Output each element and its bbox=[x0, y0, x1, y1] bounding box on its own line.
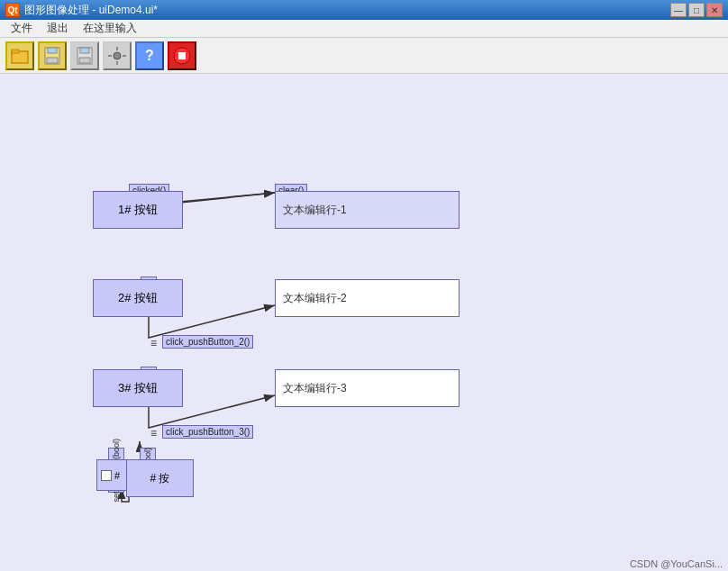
svg-rect-12 bbox=[123, 55, 126, 57]
stop-button[interactable] bbox=[168, 41, 196, 70]
settings-button[interactable] bbox=[103, 41, 132, 70]
textedit3[interactable]: 文本编辑行-3 bbox=[275, 369, 460, 407]
btn4[interactable]: # 按 bbox=[126, 459, 194, 497]
svg-rect-1 bbox=[12, 50, 19, 53]
svg-rect-14 bbox=[178, 52, 186, 59]
btn2[interactable]: 2# 按钮 bbox=[93, 279, 183, 317]
close-button[interactable]: ✕ bbox=[706, 3, 723, 17]
textedit1[interactable]: 文本编辑行-1 bbox=[275, 191, 460, 229]
menu-bar: 文件 退出 在这里输入 bbox=[0, 20, 728, 38]
btn3[interactable]: 3# 按钮 bbox=[93, 369, 183, 407]
save2-button[interactable] bbox=[70, 41, 99, 70]
svg-text:≡: ≡ bbox=[150, 427, 157, 440]
slot-label-2: click_pushButton_2() bbox=[162, 335, 253, 349]
svg-rect-6 bbox=[80, 48, 89, 53]
toolbar: ? bbox=[0, 38, 728, 74]
svg-rect-4 bbox=[47, 58, 58, 63]
menu-exit[interactable]: 退出 bbox=[40, 19, 76, 38]
checkbox1[interactable]: # bbox=[96, 459, 128, 491]
minimize-button[interactable]: — bbox=[670, 3, 687, 17]
svg-point-8 bbox=[114, 52, 121, 59]
menu-input[interactable]: 在这里输入 bbox=[76, 19, 144, 38]
window-controls: — □ ✕ bbox=[670, 3, 723, 17]
btn1[interactable]: 1# 按钮 bbox=[93, 191, 183, 229]
svg-rect-9 bbox=[116, 47, 118, 50]
menu-file[interactable]: 文件 bbox=[4, 19, 40, 38]
svg-line-15 bbox=[180, 193, 275, 202]
title-bar: Qt 图形图像处理 - uiDemo4.ui* — □ ✕ bbox=[0, 0, 728, 20]
svg-text:≡: ≡ bbox=[150, 337, 157, 349]
app-icon: Qt bbox=[5, 3, 20, 17]
svg-rect-3 bbox=[48, 48, 57, 53]
connection-lines: ≡ ≡ bbox=[0, 74, 728, 571]
help-button[interactable]: ? bbox=[135, 41, 164, 70]
canvas-area: ≡ ≡ clicked() clear() 1# 按钮 文本编辑行-1 clic… bbox=[0, 74, 728, 571]
checkbox-inner bbox=[101, 470, 112, 481]
svg-rect-7 bbox=[79, 58, 90, 63]
svg-rect-10 bbox=[116, 61, 118, 65]
status-bar: CSDN @YouCanSi... bbox=[624, 557, 728, 571]
maximize-button[interactable]: □ bbox=[688, 3, 705, 17]
svg-rect-11 bbox=[108, 55, 112, 57]
slot-label-3: click_pushButton_3() bbox=[162, 425, 253, 439]
window-title: 图形图像处理 - uiDemo4.ui* bbox=[24, 3, 158, 18]
textedit2[interactable]: 文本编辑行-2 bbox=[275, 279, 460, 317]
save-button[interactable] bbox=[38, 41, 67, 70]
open-button[interactable] bbox=[5, 41, 34, 70]
